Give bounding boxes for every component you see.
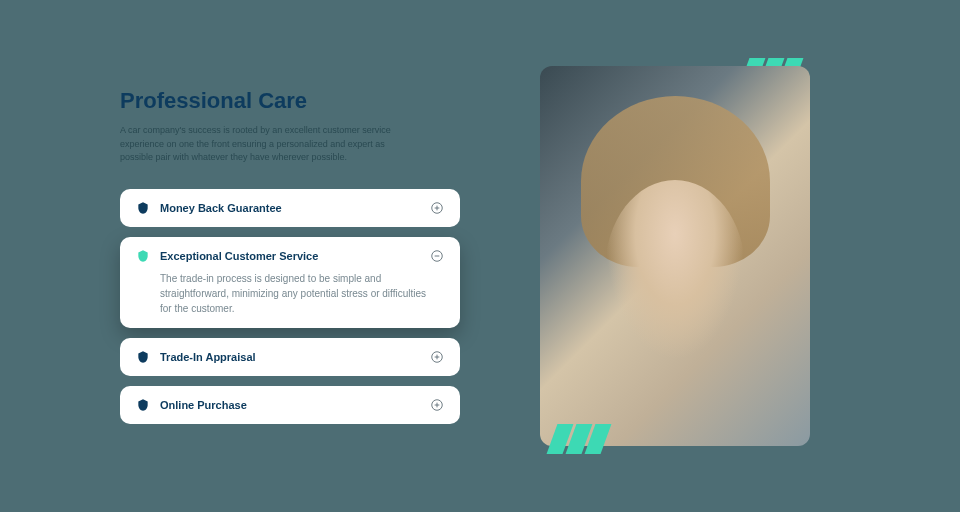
shield-icon <box>136 350 150 364</box>
content-column: Professional Care A car company's succes… <box>120 88 460 424</box>
accordion-body: The trade-in process is designed to be s… <box>136 271 444 316</box>
accordion-item-customer-service[interactable]: Exceptional Customer Service The trade-i… <box>120 237 460 328</box>
plus-circle-icon <box>430 398 444 412</box>
decorative-stripes-bottom <box>552 424 606 454</box>
section-description: A car company's success is rooted by an … <box>120 124 400 165</box>
shield-icon <box>136 398 150 412</box>
accordion-item-trade-in[interactable]: Trade-In Appraisal <box>120 338 460 376</box>
shield-icon <box>136 201 150 215</box>
accordion-header[interactable]: Exceptional Customer Service <box>136 249 444 263</box>
accordion-list: Money Back Guarantee Exceptional Custome… <box>120 189 460 424</box>
minus-circle-icon <box>430 249 444 263</box>
main-container: Professional Care A car company's succes… <box>0 66 960 446</box>
plus-circle-icon <box>430 350 444 364</box>
accordion-header[interactable]: Money Back Guarantee <box>136 201 444 215</box>
accordion-title: Exceptional Customer Service <box>160 250 420 262</box>
shield-icon <box>136 249 150 263</box>
image-column <box>540 66 810 446</box>
accordion-header[interactable]: Online Purchase <box>136 398 444 412</box>
accordion-header[interactable]: Trade-In Appraisal <box>136 350 444 364</box>
accordion-title: Online Purchase <box>160 399 420 411</box>
plus-circle-icon <box>430 201 444 215</box>
hero-photo <box>540 66 810 446</box>
accordion-title: Trade-In Appraisal <box>160 351 420 363</box>
accordion-title: Money Back Guarantee <box>160 202 420 214</box>
accordion-item-money-back[interactable]: Money Back Guarantee <box>120 189 460 227</box>
section-title: Professional Care <box>120 88 460 114</box>
accordion-item-online-purchase[interactable]: Online Purchase <box>120 386 460 424</box>
